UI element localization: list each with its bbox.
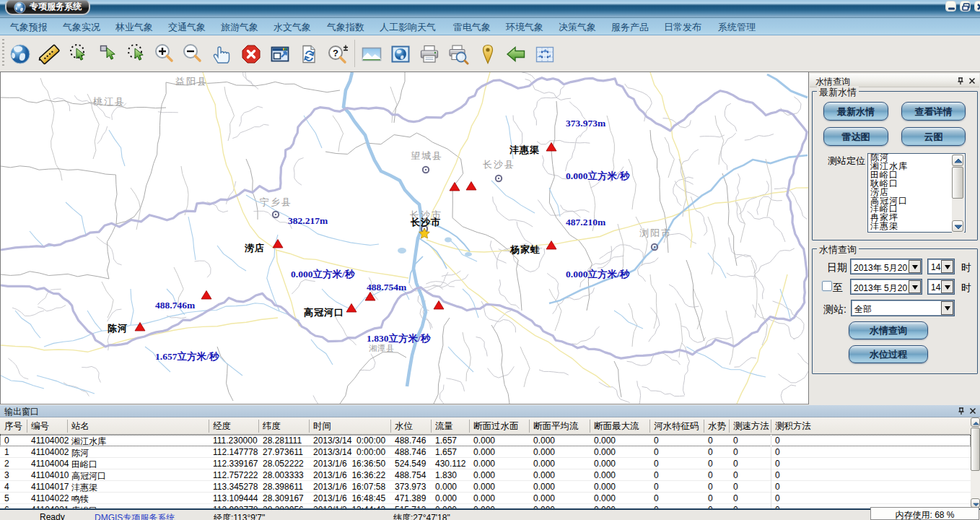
- svg-text:0.000立方米/秒: 0.000立方米/秒: [566, 170, 631, 181]
- svg-text:?: ?: [333, 48, 338, 58]
- svg-text:382.217m: 382.217m: [288, 215, 328, 226]
- svg-text:1.657立方米/秒: 1.657立方米/秒: [155, 350, 220, 362]
- svg-text:487.210m: 487.210m: [566, 217, 606, 228]
- svg-text:望城县: 望城县: [411, 150, 443, 161]
- svg-text:宁乡县: 宁乡县: [260, 196, 292, 207]
- svg-text:0.000立方米/秒: 0.000立方米/秒: [566, 268, 631, 280]
- svg-text:长沙县: 长沙县: [483, 159, 515, 170]
- svg-text:湘潭县: 湘潭县: [369, 344, 395, 352]
- svg-text:陈河: 陈河: [108, 323, 128, 334]
- svg-text:488.746m: 488.746m: [155, 300, 196, 311]
- svg-text:涝店: 涝店: [244, 243, 265, 254]
- svg-text:杨家蛙: 杨家蛙: [509, 244, 541, 255]
- svg-text:长沙市: 长沙市: [410, 217, 441, 228]
- svg-text:沣惠渠: 沣惠渠: [509, 144, 540, 155]
- svg-text:高冠河口: 高冠河口: [304, 307, 344, 318]
- svg-text:桃江县: 桃江县: [92, 96, 126, 107]
- svg-text:益阳县: 益阳县: [175, 76, 208, 87]
- svg-text:488.754m: 488.754m: [367, 282, 407, 292]
- svg-text:浏阳市: 浏阳市: [639, 228, 672, 238]
- svg-text:1.830立方米/秒: 1.830立方米/秒: [367, 332, 432, 344]
- svg-text:0.000立方米/秒: 0.000立方米/秒: [291, 268, 356, 280]
- svg-text:373.973m: 373.973m: [566, 118, 606, 129]
